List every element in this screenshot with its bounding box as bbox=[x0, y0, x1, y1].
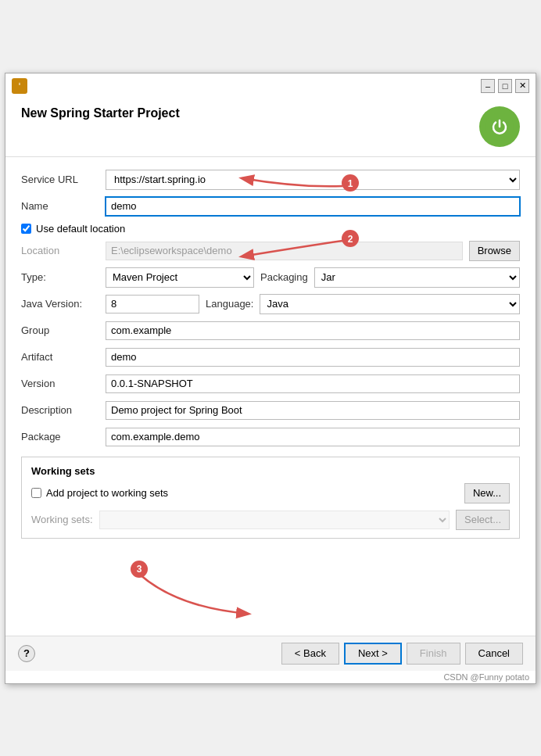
name-input[interactable] bbox=[106, 197, 520, 216]
java-version-input[interactable] bbox=[106, 295, 199, 314]
select-working-set-button: Select... bbox=[456, 510, 510, 530]
service-url-label: Service URL bbox=[21, 174, 99, 185]
cancel-button[interactable]: Cancel bbox=[465, 643, 523, 665]
annotation-area: 3 bbox=[21, 545, 520, 623]
version-row: Version bbox=[21, 374, 520, 394]
java-lang-row: Java Version: Language: Java bbox=[21, 294, 520, 314]
service-url-row: Service URL https://start.spring.io bbox=[21, 170, 520, 190]
working-sets-title: Working sets bbox=[31, 465, 510, 477]
description-input[interactable] bbox=[106, 401, 520, 420]
dialog-footer: ? < Back Next > Finish Cancel bbox=[5, 636, 536, 671]
annotation-badge-3: 3 bbox=[131, 561, 148, 578]
artifact-input[interactable] bbox=[106, 348, 520, 367]
dialog-title: New Spring Starter Project bbox=[21, 106, 180, 120]
working-sets-select-row: Working sets: Select... bbox=[31, 510, 510, 530]
java-version-label: Java Version: bbox=[21, 298, 99, 310]
footer-buttons: < Back Next > Finish Cancel bbox=[281, 643, 523, 665]
location-row: Location Browse bbox=[21, 241, 520, 261]
watermark: CSDN @Funny potato bbox=[5, 671, 536, 683]
next-button[interactable]: Next > bbox=[344, 643, 402, 665]
dialog-body: Service URL https://start.spring.io Name… bbox=[5, 157, 536, 636]
language-label: Language: bbox=[206, 298, 253, 310]
group-row: Group bbox=[21, 321, 520, 341]
annotation-arrows bbox=[21, 545, 520, 623]
spring-logo bbox=[479, 106, 520, 147]
type-packaging-row: Type: Maven Project Packaging Jar bbox=[21, 267, 520, 288]
artifact-label: Artifact bbox=[21, 351, 99, 363]
group-input[interactable] bbox=[106, 321, 520, 340]
title-bar-left bbox=[12, 78, 27, 94]
location-input bbox=[106, 242, 463, 260]
help-button[interactable]: ? bbox=[18, 645, 35, 662]
package-label: Package bbox=[21, 431, 99, 442]
app-icon bbox=[12, 78, 27, 94]
add-working-sets-label: Add project to working sets bbox=[46, 487, 168, 499]
working-sets-dropdown-label: Working sets: bbox=[31, 514, 93, 525]
browse-button[interactable]: Browse bbox=[469, 241, 520, 261]
description-row: Description bbox=[21, 400, 520, 421]
add-working-sets-checkbox[interactable] bbox=[31, 488, 41, 498]
new-working-set-button[interactable]: New... bbox=[464, 483, 510, 503]
package-input[interactable] bbox=[106, 428, 520, 446]
working-sets-section: Working sets Add project to working sets… bbox=[21, 457, 520, 539]
artifact-row: Artifact bbox=[21, 347, 520, 367]
use-default-location-label: Use default location bbox=[36, 223, 125, 235]
group-label: Group bbox=[21, 324, 99, 336]
dialog: – □ ✕ New Spring Starter Project Service… bbox=[5, 73, 536, 684]
footer-left: ? bbox=[18, 645, 35, 662]
use-default-location-checkbox[interactable] bbox=[21, 224, 31, 234]
title-bar-controls: – □ ✕ bbox=[481, 79, 529, 93]
packaging-select[interactable]: Jar bbox=[314, 267, 520, 288]
finish-button: Finish bbox=[407, 643, 460, 665]
type-select[interactable]: Maven Project bbox=[106, 267, 254, 288]
location-label: Location bbox=[21, 245, 99, 256]
version-label: Version bbox=[21, 378, 99, 389]
package-row: Package bbox=[21, 427, 520, 447]
packaging-label: Packaging bbox=[260, 271, 308, 283]
description-label: Description bbox=[21, 404, 99, 416]
back-button[interactable]: < Back bbox=[281, 643, 339, 665]
maximize-button[interactable]: □ bbox=[498, 79, 512, 93]
close-button[interactable]: ✕ bbox=[515, 79, 529, 93]
dialog-header: New Spring Starter Project bbox=[5, 94, 536, 157]
type-label: Type: bbox=[21, 271, 99, 283]
service-url-select[interactable]: https://start.spring.io bbox=[106, 170, 520, 190]
version-input[interactable] bbox=[106, 374, 520, 393]
minimize-button[interactable]: – bbox=[481, 79, 495, 93]
name-row: Name bbox=[21, 196, 520, 217]
use-default-location-row: Use default location bbox=[21, 223, 520, 235]
name-label: Name bbox=[21, 200, 99, 212]
title-bar: – □ ✕ bbox=[5, 73, 536, 94]
working-sets-dropdown bbox=[99, 511, 450, 529]
language-select[interactable]: Java bbox=[260, 294, 520, 314]
add-working-sets-row: Add project to working sets New... bbox=[31, 483, 510, 503]
